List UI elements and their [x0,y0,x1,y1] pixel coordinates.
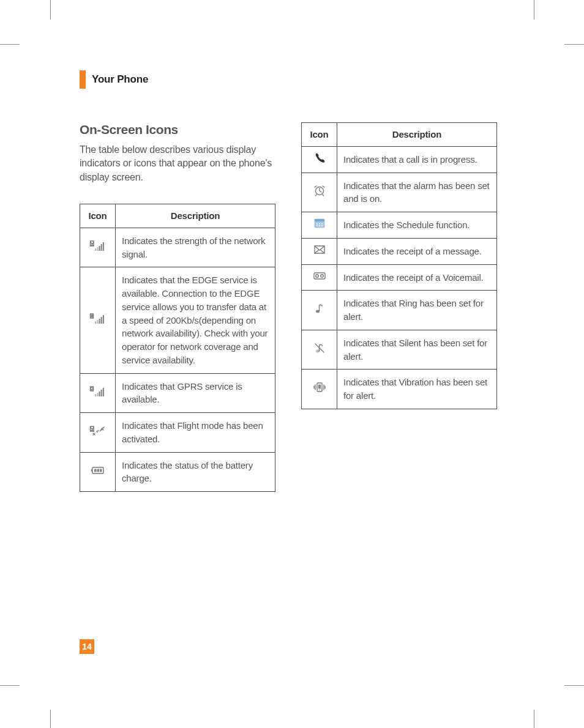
cell-description: Indicates the Schedule function. [337,212,497,239]
page-number: 14 [80,639,94,654]
table-row: Indicates the Schedule function. [302,212,497,239]
svg-rect-22 [97,469,99,472]
icon-table-left: Icon Description [80,204,275,492]
content-columns: On-Screen Icons The table below describe… [80,122,502,492]
table-header-row: Icon Description [80,204,275,228]
battery-icon [80,452,116,492]
svg-rect-10 [100,317,102,324]
svg-rect-4 [100,244,102,251]
header-title: Your Phone [92,73,148,86]
svg-rect-20 [91,469,92,472]
section-title: On-Screen Icons [80,122,275,137]
svg-point-30 [316,225,318,226]
header-icon: Icon [80,204,116,228]
table-row: Indicates that Vibration has been set fo… [302,370,497,409]
svg-point-27 [316,223,318,225]
svg-rect-7 [95,321,96,324]
svg-rect-15 [99,392,100,396]
svg-point-35 [315,274,318,277]
cell-description: Indicates that Flight mode has been acti… [116,413,275,453]
svg-rect-9 [99,319,100,324]
message-icon [302,238,337,264]
svg-rect-2 [97,247,98,251]
cell-description: Indicates that Silent has been set for a… [337,330,497,370]
gprs-service-icon [80,373,116,413]
page-header: Your Phone [80,70,502,89]
table-row: Indicates the strength of the network si… [80,228,275,267]
alarm-icon [302,173,337,212]
table-row: Indicates that Flight mode has been acti… [80,413,275,453]
table-row: Indicates that a call is in progress. [302,146,497,173]
header-description: Description [337,123,497,147]
table-row: Indicates that Ring has been set for ale… [302,291,497,330]
header-description: Description [116,204,275,228]
svg-point-31 [319,225,320,226]
svg-rect-21 [94,469,97,472]
svg-point-36 [320,274,323,277]
right-column: Icon Description Indicates that a call i… [301,122,497,409]
svg-rect-16 [100,390,102,396]
svg-rect-5 [102,242,103,251]
table-row: Indicates that GPRS service is available… [80,373,275,413]
cell-description: Indicates that the alarm has been set an… [337,173,497,212]
vibration-alert-icon [302,370,337,409]
table-header-row: Icon Description [302,123,497,147]
table-row: Indicates that Silent has been set for a… [302,330,497,370]
table-row: Indicates the status of the battery char… [80,452,275,492]
svg-rect-8 [97,320,98,324]
table-row: Indicates that the EDGE service is avail… [80,267,275,373]
svg-rect-3 [99,246,100,251]
cell-description: Indicates that Ring has been set for ale… [337,291,497,330]
ring-alert-icon [302,291,337,330]
cell-description: Indicates that a call is in progress. [337,146,497,173]
svg-point-28 [319,223,320,225]
svg-point-29 [321,223,323,225]
cell-description: Indicates the strength of the network si… [116,228,275,267]
table-row: Indicates the receipt of a Voicemail. [302,264,497,291]
icon-table-right: Icon Description Indicates that a call i… [301,122,497,409]
edge-service-icon [80,267,116,373]
svg-rect-40 [318,385,321,389]
cell-description: Indicates that the EDGE service is avail… [116,267,275,373]
cell-description: Indicates that GPRS service is available… [116,373,275,413]
svg-rect-11 [102,315,103,324]
call-in-progress-icon [302,146,337,173]
flight-mode-icon [80,413,116,453]
svg-rect-17 [102,388,103,396]
table-row: Indicates the receipt of a message. [302,238,497,264]
left-column: On-Screen Icons The table below describe… [80,122,275,492]
voicemail-icon [302,264,337,291]
svg-rect-14 [97,393,98,396]
header-icon: Icon [302,123,337,147]
schedule-icon [302,212,337,239]
svg-point-32 [321,225,323,226]
svg-rect-26 [315,219,324,221]
svg-point-41 [319,390,320,391]
table-row: Indicates that the alarm has been set an… [302,173,497,212]
section-intro: The table below describes various displa… [80,143,275,184]
silent-alert-icon [302,330,337,370]
cell-description: Indicates the receipt of a Voicemail. [337,264,497,291]
cell-description: Indicates the status of the battery char… [116,452,275,492]
cell-description: Indicates the receipt of a message. [337,238,497,264]
signal-strength-icon [80,228,116,267]
svg-rect-1 [95,248,96,251]
header-accent-bar [80,70,86,89]
svg-rect-23 [100,469,102,472]
cell-description: Indicates that Vibration has been set fo… [337,370,497,409]
svg-rect-13 [95,394,96,396]
page-content: Your Phone On-Screen Icons The table bel… [80,70,502,492]
